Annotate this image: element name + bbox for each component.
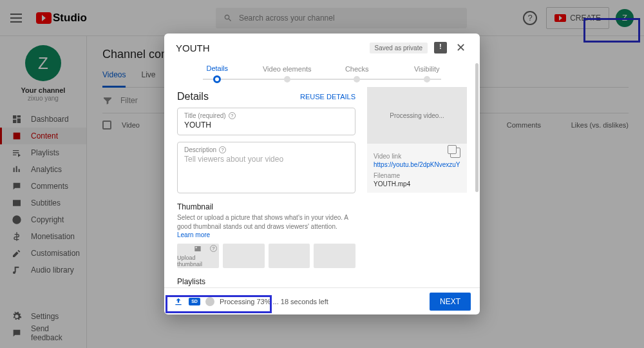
description-placeholder: Tell viewers about your video: [184, 155, 348, 164]
feedback-icon[interactable]: [434, 42, 447, 53]
video-preview: Processing video...: [367, 87, 467, 144]
upload-thumb-label: Upload thumbnail: [177, 255, 219, 267]
step-checks[interactable]: Checks: [322, 65, 392, 82]
title-field-label: Title (required): [184, 112, 226, 119]
video-meta: Video link https://youtu.be/2dpKNvexzuY …: [367, 144, 467, 193]
thumbnail-learn-more[interactable]: Learn more: [177, 231, 210, 238]
title-field[interactable]: Title (required)? YOUTH: [177, 108, 355, 135]
thumbnail-section: Thumbnail Select or upload a picture tha…: [177, 202, 355, 268]
reuse-details-button[interactable]: REUSE DETAILS: [300, 93, 355, 101]
modal-scrollbar[interactable]: [475, 63, 478, 192]
step-video-elements[interactable]: Video elements: [252, 65, 323, 82]
stepper: Details Video elements Checks Visibility: [164, 62, 480, 83]
step-label: Details: [206, 64, 228, 72]
step-label: Video elements: [263, 65, 312, 73]
saved-badge: Saved as private: [370, 43, 428, 53]
close-icon[interactable]: ✕: [453, 41, 468, 55]
thumbnail-option[interactable]: [223, 244, 265, 268]
upload-icon: [173, 297, 184, 306]
description-field[interactable]: Description? Tell viewers about your vid…: [177, 142, 355, 193]
copy-link-icon[interactable]: [450, 148, 460, 158]
step-details[interactable]: Details: [182, 64, 252, 83]
video-link[interactable]: https://youtu.be/2dpKNvexzuY: [374, 161, 460, 168]
processing-status: Processing 73% ... 18 seconds left: [220, 298, 328, 305]
title-value: YOUTH: [184, 121, 348, 130]
step-label: Checks: [345, 65, 369, 73]
description-field-label: Description: [184, 146, 216, 153]
thumbnail-option[interactable]: [314, 244, 355, 268]
filename-value: YOUTH.mp4: [374, 180, 460, 188]
playlists-section: Playlists Add your video to one or more …: [177, 277, 355, 288]
modal-footer: SD Processing 73% ... 18 seconds left NE…: [164, 287, 480, 314]
step-visibility[interactable]: Visibility: [392, 65, 462, 82]
help-icon[interactable]: ?: [210, 245, 217, 252]
sd-badge: SD: [189, 298, 200, 305]
thumbnail-desc: Select or upload a picture that shows wh…: [177, 214, 348, 230]
step-label: Visibility: [414, 65, 440, 73]
thumbnail-option[interactable]: [269, 244, 310, 268]
modal-header: YOUTH Saved as private ✕: [164, 34, 480, 62]
thumbnail-heading: Thumbnail: [177, 202, 355, 211]
upload-modal: YOUTH Saved as private ✕ Details Video e…: [164, 34, 480, 314]
details-heading: Details: [177, 91, 209, 102]
help-icon[interactable]: ?: [219, 146, 226, 153]
modal-title: YOUTH: [176, 43, 363, 53]
videolink-label: Video link: [374, 153, 460, 160]
image-icon: [193, 244, 203, 253]
check-icon: [205, 297, 214, 306]
playlists-heading: Playlists: [177, 277, 355, 286]
help-icon[interactable]: ?: [229, 112, 236, 119]
upload-thumbnail-button[interactable]: ? Upload thumbnail: [177, 244, 219, 268]
filename-label: Filename: [374, 172, 460, 179]
next-button[interactable]: NEXT: [430, 293, 471, 311]
